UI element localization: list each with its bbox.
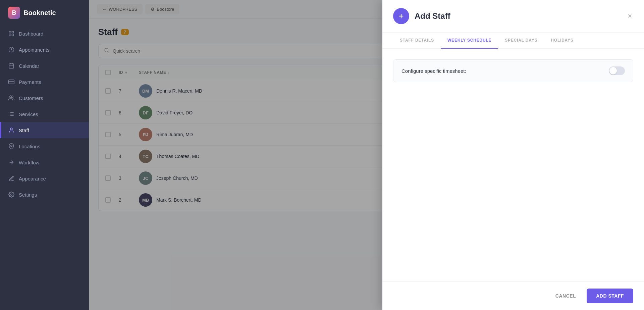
svg-point-18 [10, 128, 12, 130]
tab-special-days[interactable]: SPECIAL DAYS [498, 33, 544, 49]
timesheet-label: Configure specific timesheet: [401, 68, 466, 74]
sidebar-label-locations: Locations [19, 144, 40, 149]
pen-icon [8, 175, 15, 182]
gear-icon [8, 191, 15, 198]
modal-close-button[interactable]: × [626, 10, 633, 22]
toggle-knob [609, 67, 617, 74]
tab-staff-details[interactable]: STAFF DETAILS [393, 33, 441, 49]
sidebar-item-payments[interactable]: Payments [0, 74, 89, 90]
clock-icon [8, 46, 15, 53]
app-logo[interactable]: B Booknetic [0, 0, 89, 25]
svg-rect-9 [9, 80, 14, 84]
add-staff-modal: Add Staff × STAFF DETAILS WEEKLY SCHEDUL… [382, 0, 644, 310]
sidebar-label-payments: Payments [19, 79, 41, 85]
sidebar-label-appearance: Appearance [19, 176, 46, 182]
svg-point-11 [10, 96, 12, 98]
sidebar-item-locations[interactable]: Locations [0, 138, 89, 154]
credit-card-icon [8, 79, 15, 85]
sidebar-label-appointments: Appointments [19, 47, 50, 53]
modal-title: Add Staff [415, 11, 621, 21]
users-icon [8, 95, 15, 101]
sidebar: B Booknetic Dashboard Appointments Calen… [0, 0, 89, 310]
grid-icon [8, 30, 15, 37]
list-icon [8, 111, 15, 117]
modal-tabs: STAFF DETAILS WEEKLY SCHEDULE SPECIAL DA… [382, 33, 644, 49]
svg-rect-5 [9, 64, 14, 68]
logo-icon: B [8, 7, 20, 19]
sidebar-item-dashboard[interactable]: Dashboard [0, 25, 89, 42]
modal-footer: CANCEL ADD STAFF [382, 281, 644, 310]
sidebar-item-customers[interactable]: Customers [0, 90, 89, 106]
modal-icon-circle [393, 8, 409, 24]
workflow-icon [8, 159, 15, 166]
sidebar-item-staff[interactable]: Staff [0, 122, 89, 138]
sidebar-label-customers: Customers [19, 95, 43, 101]
cancel-button[interactable]: CANCEL [549, 289, 583, 303]
tab-weekly-schedule[interactable]: WEEKLY SCHEDULE [441, 33, 498, 49]
sidebar-label-settings: Settings [19, 192, 37, 198]
sidebar-label-services: Services [19, 111, 38, 117]
pin-icon [8, 143, 15, 150]
tab-holidays[interactable]: HOLIDAYS [544, 33, 580, 49]
svg-point-19 [11, 145, 12, 147]
sidebar-label-dashboard: Dashboard [19, 31, 43, 37]
sidebar-label-staff: Staff [19, 127, 29, 133]
modal-body: Configure specific timesheet: [382, 49, 644, 281]
sidebar-item-settings[interactable]: Settings [0, 187, 89, 203]
svg-point-21 [11, 194, 12, 196]
calendar-icon [8, 62, 15, 69]
sidebar-label-workflow: Workflow [19, 160, 39, 165]
app-name: Booknetic [23, 9, 56, 17]
sidebar-item-services[interactable]: Services [0, 106, 89, 122]
svg-rect-3 [12, 34, 14, 36]
add-staff-button[interactable]: ADD STAFF [587, 289, 633, 303]
modal-header: Add Staff × [382, 0, 644, 33]
svg-rect-2 [9, 34, 11, 36]
timesheet-toggle[interactable] [609, 66, 625, 75]
sidebar-item-appearance[interactable]: Appearance [0, 170, 89, 187]
svg-rect-1 [12, 31, 14, 33]
svg-rect-0 [9, 31, 11, 33]
main-nav: Dashboard Appointments Calendar Payments [0, 25, 89, 203]
sidebar-label-calendar: Calendar [19, 63, 39, 69]
timesheet-config-row: Configure specific timesheet: [393, 59, 633, 82]
sidebar-item-calendar[interactable]: Calendar [0, 58, 89, 74]
sidebar-item-appointments[interactable]: Appointments [0, 42, 89, 58]
sidebar-item-workflow[interactable]: Workflow [0, 154, 89, 170]
person-icon [8, 127, 15, 134]
